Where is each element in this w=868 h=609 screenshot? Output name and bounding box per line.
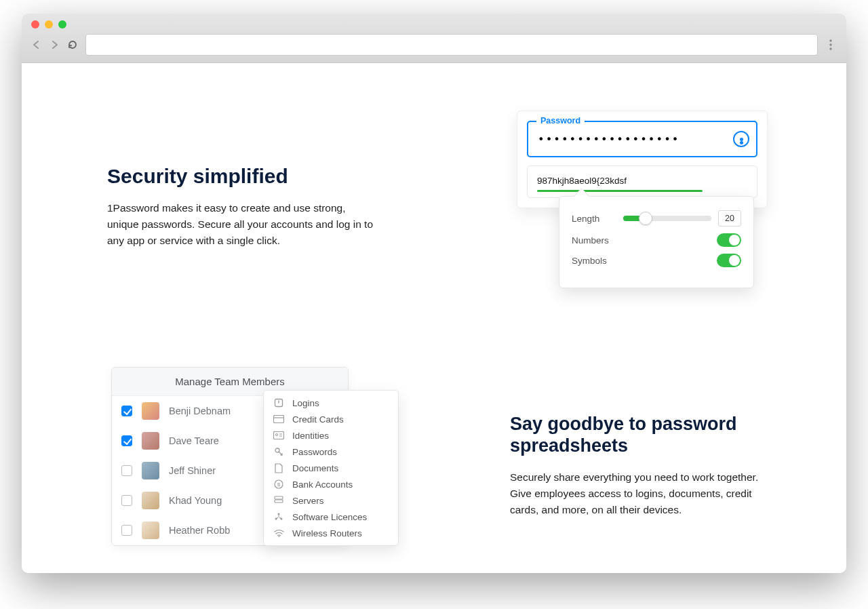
category-label: Servers <box>292 496 324 506</box>
numbers-row: Numbers <box>572 233 741 247</box>
back-button[interactable] <box>31 39 42 50</box>
length-slider[interactable] <box>623 216 711 221</box>
svg-point-7 <box>276 434 278 436</box>
category-item-servers[interactable]: Servers <box>264 492 398 509</box>
category-label: Credit Cards <box>292 414 344 425</box>
slider-thumb-icon[interactable] <box>639 212 652 225</box>
category-item-documents[interactable]: Documents <box>264 460 398 476</box>
section1-heading: Security simplified <box>107 165 378 188</box>
credit-card-icon <box>273 414 284 425</box>
page-content: Security simplified 1Password makes it e… <box>22 63 846 573</box>
avatar-icon <box>142 432 159 450</box>
member-name: Heather Robb <box>169 525 230 536</box>
generated-password-value: 987hkjh8aeol9{23kdsf <box>537 176 627 186</box>
svg-point-2 <box>829 47 831 50</box>
password-generator-popover: Length 20 Numbers Symbols <box>559 196 754 288</box>
category-item-logins[interactable]: Logins <box>264 395 398 411</box>
document-icon <box>273 463 284 473</box>
spreadsheets-section: Say goodbye to password spreadsheets Sec… <box>510 413 768 518</box>
svg-rect-6 <box>274 432 284 439</box>
identity-icon <box>273 430 284 441</box>
svg-point-18 <box>278 536 279 537</box>
member-name: Khad Young <box>169 495 222 506</box>
password-field-panel: Password •••••••••••••••••• 987hkjh8aeol… <box>517 111 768 208</box>
category-label: Logins <box>292 398 319 408</box>
browser-chrome <box>22 14 846 63</box>
more-menu-icon[interactable] <box>825 35 837 54</box>
section1-body: 1Password makes it easy to create and us… <box>107 200 378 249</box>
onepassword-icon[interactable] <box>733 131 749 147</box>
reload-button[interactable] <box>66 39 79 51</box>
password-field-label: Password <box>536 116 585 125</box>
category-item-software-licences[interactable]: Software Licences <box>264 509 398 525</box>
generated-password-box[interactable]: 987hkjh8aeol9{23kdsf <box>527 165 757 198</box>
key-icon <box>273 446 284 457</box>
category-label: Wireless Routers <box>292 528 362 538</box>
security-simplified-section: Security simplified 1Password makes it e… <box>107 165 378 249</box>
avatar-icon <box>142 492 159 509</box>
category-item-passwords[interactable]: Passwords <box>264 444 398 460</box>
category-label: Passwords <box>292 447 337 457</box>
address-bar[interactable] <box>85 34 818 56</box>
member-checkbox[interactable] <box>121 406 132 416</box>
numbers-label: Numbers <box>572 235 609 245</box>
svg-rect-13 <box>275 496 283 499</box>
categories-popover: Logins Credit Cards Identities Passwords <box>263 390 399 546</box>
section2-body: Securely share everything you need to wo… <box>510 469 768 518</box>
svg-rect-4 <box>274 416 284 423</box>
category-label: Documents <box>292 463 338 473</box>
member-checkbox[interactable] <box>121 525 132 536</box>
member-checkbox[interactable] <box>121 495 132 506</box>
svg-point-1 <box>829 43 831 45</box>
category-item-wireless-routers[interactable]: Wireless Routers <box>264 525 398 541</box>
symbols-label: Symbols <box>572 256 607 266</box>
symbols-toggle[interactable] <box>717 254 741 267</box>
length-label: Length <box>572 214 599 224</box>
member-name: Dave Teare <box>169 435 219 446</box>
symbols-row: Symbols <box>572 254 741 267</box>
minimize-window-icon[interactable] <box>45 20 53 28</box>
category-label: Software Licences <box>292 512 367 522</box>
window-controls <box>31 20 837 28</box>
avatar-icon <box>142 462 159 479</box>
member-checkbox[interactable] <box>121 435 132 446</box>
member-name: Jeff Shiner <box>169 465 216 476</box>
numbers-toggle[interactable] <box>717 233 741 247</box>
member-name: Benji Debnam <box>169 406 231 416</box>
svg-point-15 <box>278 513 280 515</box>
app-icon <box>273 511 284 522</box>
browser-frame: Security simplified 1Password makes it e… <box>22 14 846 573</box>
close-window-icon[interactable] <box>31 20 39 28</box>
member-checkbox[interactable] <box>121 465 132 476</box>
section2-heading: Say goodbye to password spreadsheets <box>510 413 768 457</box>
bank-icon: $ <box>273 479 284 490</box>
wifi-icon <box>273 528 284 538</box>
category-item-identities[interactable]: Identities <box>264 427 398 444</box>
svg-point-0 <box>829 39 831 41</box>
forward-button[interactable] <box>49 39 60 50</box>
category-label: Bank Accounts <box>292 479 353 490</box>
password-strength-bar <box>537 190 703 192</box>
avatar-icon <box>142 402 159 420</box>
server-icon <box>273 495 284 506</box>
avatar-icon <box>142 522 159 539</box>
length-value[interactable]: 20 <box>718 210 741 227</box>
password-input[interactable]: Password •••••••••••••••••• <box>527 121 757 157</box>
length-row: Length 20 <box>572 210 741 227</box>
svg-text:$: $ <box>277 482 281 488</box>
category-item-credit-cards[interactable]: Credit Cards <box>264 411 398 427</box>
category-item-bank-accounts[interactable]: $ Bank Accounts <box>264 476 398 492</box>
login-icon <box>273 397 284 408</box>
password-masked-value: •••••••••••••••••• <box>538 133 679 146</box>
svg-rect-14 <box>275 500 283 503</box>
category-label: Identities <box>292 431 329 441</box>
maximize-window-icon[interactable] <box>58 20 66 28</box>
